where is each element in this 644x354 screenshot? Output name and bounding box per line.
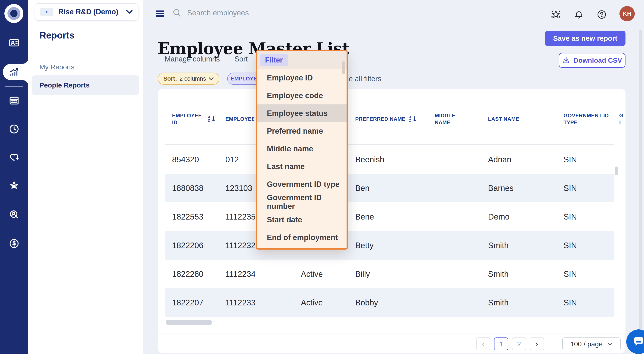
tab-manage-columns[interactable]: Manage columns xyxy=(164,55,220,63)
filter-dropdown-item[interactable]: Employee code xyxy=(257,87,346,104)
table-row[interactable]: 18222801112234ActiveBillySmithSIN xyxy=(158,260,626,288)
table-cell: 11122353 xyxy=(226,202,260,231)
page-size-value: 100 / page xyxy=(570,340,603,348)
heart-plus-icon[interactable] xyxy=(0,149,28,166)
window-scrollbar-thumb[interactable] xyxy=(639,30,642,344)
page-size-select[interactable]: 100 / page xyxy=(562,337,621,350)
filter-dropdown-header: Filter xyxy=(257,51,346,69)
people-directory-icon[interactable] xyxy=(0,35,28,51)
column-header-label: EMPLOYEE ID xyxy=(172,112,204,126)
filter-dropdown-item[interactable]: Preferred name xyxy=(257,122,346,140)
save-as-new-report-button[interactable]: Save as new report xyxy=(545,31,626,46)
table-row[interactable]: 854320012BeenishAdnanSIN xyxy=(158,145,626,174)
hamburger-menu-icon[interactable] xyxy=(156,11,164,17)
remove-all-filters-link[interactable]: e all filters xyxy=(349,75,381,83)
nav-rail xyxy=(0,0,28,354)
table-vertical-scrollbar-thumb[interactable] xyxy=(615,166,618,175)
company-selector[interactable]: Rise R&D (Demo) xyxy=(34,3,138,21)
payroll-dollar-icon[interactable] xyxy=(0,236,28,252)
column-header[interactable]: G I xyxy=(619,109,625,129)
person-search-icon[interactable] xyxy=(0,207,28,223)
avatar[interactable]: KH xyxy=(620,6,635,21)
tab-sort[interactable]: Sort xyxy=(234,55,248,63)
clock-icon[interactable] xyxy=(0,121,28,137)
download-csv-button[interactable]: Download CSV xyxy=(559,53,626,68)
download-button-label: Download CSV xyxy=(573,56,622,64)
column-header[interactable]: MIDDLE NAME xyxy=(435,109,465,129)
filter-dropdown-item[interactable]: Middle name xyxy=(257,140,346,158)
table-row[interactable]: 18222061112232BettySmithSIN xyxy=(158,231,626,260)
filter-dropdown: Filter Employee IDEmployee codeEmployee … xyxy=(256,50,348,250)
favorites-star-icon[interactable] xyxy=(550,9,561,20)
horizontal-scrollbar-thumb[interactable] xyxy=(166,320,212,325)
sidebar-item-people-reports[interactable]: People Reports xyxy=(32,75,139,95)
column-header-label: LAST NAME xyxy=(488,115,519,122)
sidebar-item-my-reports[interactable]: My Reports xyxy=(32,57,139,77)
sort-chip-value: 2 columns xyxy=(180,75,206,82)
pagination-page-1[interactable]: 1 xyxy=(494,337,508,350)
filter-dropdown-item[interactable]: Start date xyxy=(257,211,346,229)
topbar-actions: KH xyxy=(550,8,635,21)
column-header[interactable]: GOVERNMENT ID TYPE xyxy=(564,109,614,129)
sort-chip[interactable]: Sort: 2 columns xyxy=(158,73,219,85)
notifications-bell-icon[interactable] xyxy=(574,9,584,20)
table-cell: Active xyxy=(301,260,323,288)
table-cell: SIN xyxy=(564,288,577,317)
table-row[interactable]: 18222071112233ActiveBobbySmithSIN xyxy=(158,288,626,317)
table-cell: Smith xyxy=(488,260,508,288)
tab-filter-active[interactable]: Filter xyxy=(260,54,288,66)
download-icon xyxy=(562,56,570,64)
pagination-page-2[interactable]: 2 xyxy=(512,337,526,350)
help-icon[interactable] xyxy=(596,9,607,20)
sidebar-item-label: People Reports xyxy=(40,81,90,89)
search-icon xyxy=(172,8,182,18)
table-cell: Ben xyxy=(355,174,370,202)
table-row[interactable]: 1880838123103BenBarnesSIN xyxy=(158,174,626,202)
pagination-next-button[interactable]: › xyxy=(530,337,544,350)
table-cell: Beenish xyxy=(355,145,384,174)
table-cell: Smith xyxy=(488,231,508,260)
chat-fab-button[interactable] xyxy=(626,329,644,354)
table-cell: SIN xyxy=(564,145,577,174)
column-header-label: G I xyxy=(619,112,625,126)
table-cell: 1112234 xyxy=(226,260,256,288)
nav-divider xyxy=(5,86,23,87)
filter-dropdown-item[interactable]: Government ID type xyxy=(257,175,346,193)
dropdown-scrollbar-thumb[interactable] xyxy=(342,61,345,74)
chevron-down-icon xyxy=(607,342,612,346)
filter-dropdown-item[interactable]: Employee status xyxy=(257,104,346,122)
table-cell: 1822206 xyxy=(172,231,204,260)
table-row[interactable]: 182255311122353BeneDemoSIN xyxy=(158,202,626,231)
filter-dropdown-item[interactable]: End of employment xyxy=(257,229,346,246)
pagination-prev-button[interactable]: ‹ xyxy=(476,337,490,350)
filter-dropdown-item[interactable]: Employee ID xyxy=(257,69,346,87)
table-cell: Billy xyxy=(355,260,370,288)
table-cell: SIN xyxy=(564,174,577,202)
table-cell: SIN xyxy=(564,231,577,260)
table-cell: 1822207 xyxy=(172,288,204,317)
table-body: 854320012BeenishAdnanSIN1880838123103Ben… xyxy=(158,145,626,317)
column-header[interactable]: EMPLOYEE IDAZ↓ xyxy=(172,109,216,129)
sort-chip-label: Sort: xyxy=(164,75,177,82)
column-header-label: PREFERRED NAME xyxy=(355,115,406,122)
sort-az-icon[interactable]: AZ↓ xyxy=(409,115,418,122)
column-header[interactable]: LAST NAME xyxy=(488,109,519,129)
employee-search[interactable]: Search employees xyxy=(172,8,249,18)
column-header[interactable]: PREFERRED NAMEAZ↓ xyxy=(355,109,418,129)
star-badge-icon[interactable] xyxy=(0,178,28,194)
table-cell: SIN xyxy=(564,260,577,288)
chat-icon xyxy=(633,337,644,347)
table-cell: 1880838 xyxy=(172,174,204,202)
search-placeholder: Search employees xyxy=(187,9,249,17)
save-button-label: Save as new report xyxy=(553,34,617,42)
calendar-icon[interactable] xyxy=(0,92,28,108)
report-table-card: EMPLOYEE IDAZ↓EMPLOYEE CODEPREFERRED NAM… xyxy=(158,89,626,353)
filter-dropdown-item[interactable]: Government ID number xyxy=(257,193,346,211)
column-header[interactable]: EMPLOYEE CODE xyxy=(226,109,254,129)
nav-notch-top xyxy=(23,59,28,64)
filter-dropdown-item[interactable]: Last name xyxy=(257,158,346,175)
table-cell: Active xyxy=(301,288,323,317)
sort-az-icon[interactable]: AZ↓ xyxy=(208,115,216,122)
reports-chart-icon[interactable] xyxy=(0,64,28,80)
rise-logo[interactable] xyxy=(4,4,23,23)
